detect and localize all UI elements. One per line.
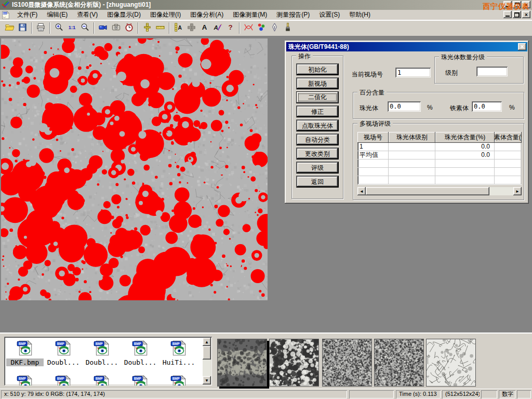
percent-group: 百分含量 珠光体 % 铁素体 % bbox=[353, 92, 524, 119]
file-item-row2-0[interactable]: BMP bbox=[6, 374, 44, 385]
menu-item-6[interactable]: 图像测量(M) bbox=[228, 9, 272, 20]
rgb-classify-tool-button[interactable] bbox=[255, 22, 268, 35]
table-hscrollbar[interactable]: ◄ ► bbox=[357, 187, 522, 195]
grid-cross-icon bbox=[187, 22, 196, 34]
operation-button-0[interactable]: 初始化 bbox=[296, 63, 339, 75]
svg-text:BMP: BMP bbox=[172, 377, 180, 380]
scroll-thumb[interactable] bbox=[366, 187, 489, 195]
status-spare-2 bbox=[481, 390, 497, 398]
open-folder-icon bbox=[5, 22, 15, 34]
operation-group: 操作 初始化新视场二值化修正点取珠光体自动分类更改类别评级返回 bbox=[291, 56, 343, 199]
current-field-input[interactable] bbox=[395, 68, 431, 77]
curve-tool-tool-button[interactable] bbox=[242, 22, 255, 35]
zoom-in-tool-button[interactable] bbox=[52, 22, 65, 35]
thumbnail-1[interactable] bbox=[269, 339, 319, 387]
ferrite-label: 铁素体 bbox=[450, 104, 469, 113]
text-edit-icon: A bbox=[212, 22, 222, 34]
bmp-file-icon: BMP bbox=[92, 351, 111, 358]
file-item-row2-3[interactable]: BMP bbox=[122, 374, 159, 385]
timer-clock-tool-button[interactable] bbox=[123, 22, 136, 35]
open-folder-tool-button[interactable] bbox=[3, 22, 16, 35]
print-tool-button[interactable] bbox=[34, 22, 47, 35]
table-cell bbox=[389, 176, 435, 184]
multi-field-group-label: 多视场评级 bbox=[357, 119, 393, 128]
text-label-tool-button[interactable]: A bbox=[198, 22, 211, 35]
file-item-2[interactable]: BMPDoubl... bbox=[83, 339, 121, 366]
file-item-row2-4[interactable]: BMP bbox=[160, 374, 197, 385]
mdi-close-button[interactable]: × bbox=[522, 11, 530, 18]
pearlite-input[interactable] bbox=[388, 101, 421, 112]
brush-tool-tool-button[interactable] bbox=[281, 22, 294, 35]
thumbnail-4[interactable] bbox=[426, 339, 476, 387]
table-row-3[interactable] bbox=[357, 168, 522, 176]
menu-item-3[interactable]: 图像显示(D) bbox=[102, 9, 145, 20]
file-item-4[interactable]: BMPHuiTi... bbox=[160, 339, 197, 366]
measure-text-tool-button[interactable]: A bbox=[172, 22, 185, 35]
svg-text:A: A bbox=[202, 23, 207, 31]
operation-button-4[interactable]: 点取珠光体 bbox=[296, 119, 339, 131]
menu-item-7[interactable]: 测量报告(P) bbox=[272, 9, 314, 20]
menu-bar: DOC 文件(F)编辑(E)查看(V)图像显示(D)图像处理(I)图像分析(A)… bbox=[0, 10, 532, 20]
title-bar: IS100显微摄像系统(金相分析版) - [zhuguangti01] × bbox=[0, 0, 532, 10]
operation-button-5[interactable]: 自动分类 bbox=[296, 134, 339, 145]
menu-item-2[interactable]: 查看(V) bbox=[72, 9, 102, 20]
file-item-row2-1[interactable]: BMP bbox=[45, 374, 82, 385]
file-scroll-up-button[interactable]: ▲ bbox=[203, 338, 211, 346]
camera-tool-button[interactable] bbox=[110, 22, 123, 35]
pearlite-label: 珠光体 bbox=[360, 104, 378, 113]
file-item-row2-2[interactable]: BMP bbox=[83, 374, 121, 385]
menu-item-0[interactable]: 文件(F) bbox=[12, 9, 42, 20]
video-camera-tool-button[interactable] bbox=[97, 22, 110, 35]
operation-button-2[interactable]: 二值化 bbox=[296, 91, 339, 103]
analysis-image[interactable] bbox=[1, 38, 268, 300]
file-scroll-down-button[interactable]: ▼ bbox=[203, 376, 211, 384]
file-item-1[interactable]: BMPDoubl... bbox=[45, 339, 82, 366]
thumbnail-2[interactable] bbox=[322, 339, 372, 387]
thumbnail-3[interactable] bbox=[374, 339, 424, 387]
text-edit-tool-button[interactable]: A bbox=[211, 22, 224, 35]
level-input[interactable] bbox=[476, 66, 508, 76]
table-row-4[interactable] bbox=[357, 176, 522, 184]
caliper-tool-button[interactable] bbox=[141, 22, 154, 35]
menu-item-5[interactable]: 图像分析(A) bbox=[185, 9, 228, 20]
dialog-close-button[interactable]: × bbox=[518, 43, 526, 50]
toolbar-separator bbox=[31, 22, 32, 34]
curve-tool-icon bbox=[244, 22, 254, 34]
status-bar: x: 510 y: 79 idx: 0 RGB: (174, 174, 174)… bbox=[0, 389, 532, 399]
file-item-3[interactable]: BMPDoubl... bbox=[122, 339, 159, 366]
mdi-restore-button[interactable] bbox=[513, 11, 521, 18]
operation-button-8[interactable]: 返回 bbox=[296, 176, 339, 188]
ruler-tool-button[interactable] bbox=[154, 22, 167, 35]
file-browser-vscrollbar[interactable]: ▲ ▼ bbox=[203, 338, 211, 384]
menu-item-4[interactable]: 图像处理(I) bbox=[145, 9, 185, 20]
operation-button-1[interactable]: 新视场 bbox=[296, 77, 339, 89]
ferrite-input[interactable] bbox=[472, 101, 502, 112]
zoom-out-tool-button[interactable] bbox=[78, 22, 91, 35]
table-row-0[interactable]: 10.0 bbox=[357, 143, 522, 151]
help-tool-button[interactable]: ? bbox=[224, 22, 237, 35]
operation-button-7[interactable]: 评级 bbox=[296, 162, 339, 174]
actual-size-tool-button[interactable]: 1:1 bbox=[65, 22, 78, 35]
dialog-title-bar[interactable]: 珠光体(GB/T9441-88) × bbox=[286, 42, 527, 51]
status-time: Time (s): 0.113 bbox=[396, 390, 441, 398]
thumbnail-0[interactable] bbox=[217, 339, 267, 387]
zoom-in-icon bbox=[54, 22, 64, 34]
menu-item-1[interactable]: 编辑(E) bbox=[42, 9, 72, 20]
menu-item-8[interactable]: 设置(S) bbox=[314, 9, 344, 20]
table-row-1[interactable]: 平均值0.0 bbox=[357, 151, 522, 159]
pen-tool-tool-button[interactable] bbox=[268, 22, 281, 35]
table-row-2[interactable] bbox=[357, 159, 522, 168]
file-item-0[interactable]: BMPDKF.bmp bbox=[6, 339, 44, 366]
mdi-minimize-button[interactable] bbox=[503, 11, 512, 18]
operation-button-3[interactable]: 修正 bbox=[296, 105, 339, 117]
grid-cross-tool-button[interactable] bbox=[185, 22, 198, 35]
svg-text:BMP: BMP bbox=[134, 377, 142, 380]
menu-item-9[interactable]: 帮助(H) bbox=[344, 9, 375, 20]
workspace: 珠光体(GB/T9441-88) × 操作 初始化新视场二值化修正点取珠光体自动… bbox=[0, 36, 532, 332]
file-scroll-thumb[interactable] bbox=[203, 346, 211, 360]
table-cell bbox=[435, 168, 495, 176]
scroll-left-button[interactable]: ◄ bbox=[357, 187, 366, 195]
operation-button-6[interactable]: 更改类别 bbox=[296, 148, 339, 159]
save-tool-button[interactable] bbox=[16, 22, 29, 35]
scroll-right-button[interactable]: ► bbox=[513, 187, 522, 195]
